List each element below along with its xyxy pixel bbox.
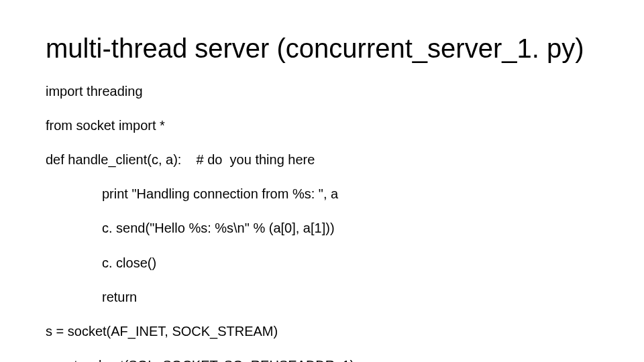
slide: multi-thread server (concurrent_server_1… [0, 0, 644, 362]
code-line: import threading [46, 83, 617, 101]
code-line: c. close() [46, 255, 617, 272]
code-line: print "Handling connection from %s: ", a [46, 186, 617, 203]
code-line: s = socket(AF_INET, SOCK_STREAM) [46, 323, 617, 341]
code-line: return [46, 289, 617, 306]
code-line: def handle_client(c, a): # do you thing … [46, 152, 617, 169]
code-line: from socket import * [46, 117, 617, 135]
code-line: s. setsockopt(SOL_SOCKET, SO_REUSEADDR, … [46, 357, 617, 362]
code-block: import threading from socket import * de… [46, 66, 617, 362]
code-line: c. send("Hello %s: %s\n" % (a[0], a[1])) [46, 220, 617, 237]
slide-title: multi-thread server (concurrent_server_1… [46, 34, 617, 63]
